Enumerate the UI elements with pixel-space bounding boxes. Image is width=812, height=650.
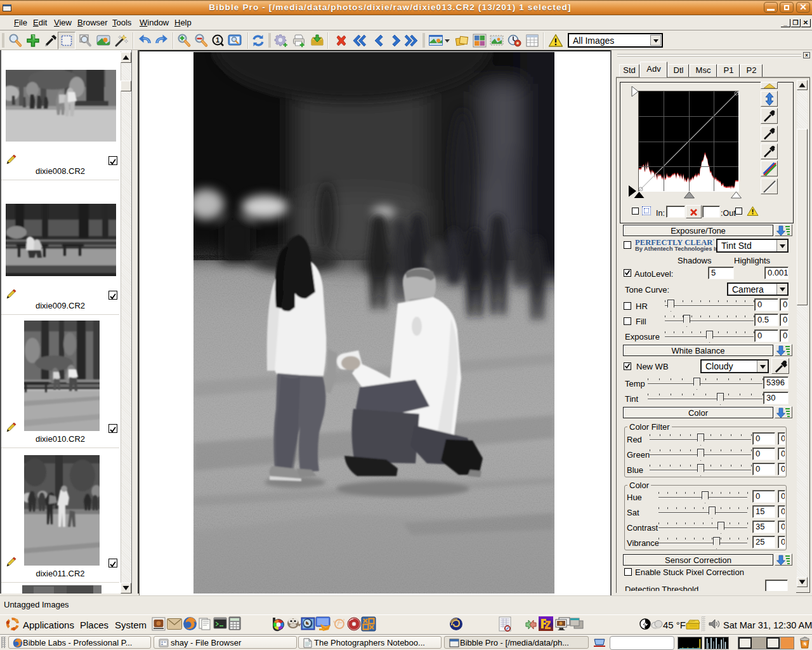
svg-text:1: 1: [216, 36, 219, 44]
svg-text:': ': [343, 617, 344, 626]
